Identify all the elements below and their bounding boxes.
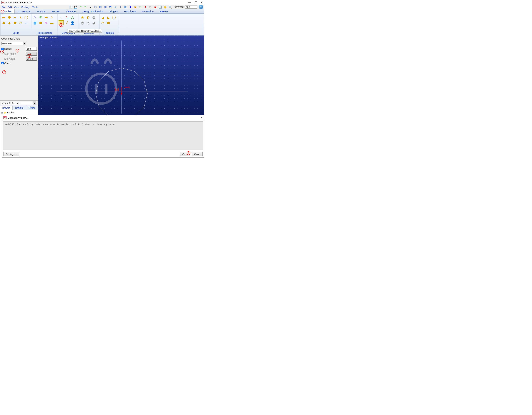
- part-combo[interactable]: New Part: [1, 42, 26, 45]
- tree-tab-filters[interactable]: Filters: [25, 106, 38, 110]
- marker-icon[interactable]: ⤡: [64, 15, 69, 20]
- tab-motions[interactable]: Motions: [34, 9, 49, 13]
- box-solid-icon[interactable]: ▬: [1, 15, 6, 20]
- close-button[interactable]: ✕: [201, 1, 203, 4]
- flex-icon-6[interactable]: ⬢: [38, 20, 43, 25]
- revolution-icon[interactable]: ⬭: [18, 20, 23, 25]
- fillet-icon[interactable]: ◣: [106, 15, 111, 20]
- split-icon[interactable]: ◓: [80, 20, 85, 25]
- tab-design-exploration[interactable]: Design Exploration: [79, 9, 107, 13]
- tab-simulation[interactable]: Simulation: [139, 9, 157, 13]
- increment-input[interactable]: [185, 5, 197, 9]
- fit-icon[interactable]: ✥: [143, 5, 147, 9]
- cursor-icon[interactable]: ▸: [88, 5, 93, 9]
- tree-tab-groups[interactable]: Groups: [13, 106, 25, 110]
- flex-icon-3[interactable]: ⬬: [44, 15, 49, 20]
- tree-tab-browse[interactable]: Browse: [0, 106, 13, 110]
- flex-icon-4[interactable]: ∿: [49, 15, 54, 20]
- watermark: [86, 60, 116, 104]
- solid-icon[interactable]: ■: [128, 5, 132, 9]
- rotate-icon[interactable]: 🔄: [158, 5, 162, 9]
- axes-icon[interactable]: ⤴: [118, 5, 123, 9]
- view-top-icon[interactable]: ⬒: [108, 5, 113, 9]
- menu-file[interactable]: File: [1, 6, 6, 9]
- annotation-f: f: [2, 70, 6, 74]
- view-front-icon[interactable]: ▢: [94, 5, 97, 9]
- side-panel: Geometry: Circle New Part Radius Start A…: [0, 36, 38, 115]
- close-button[interactable]: Close: [192, 152, 203, 156]
- message-window: Ad Message Window... ✕ WARNING: The resu…: [2, 115, 204, 157]
- cylinder-icon[interactable]: ⬣: [7, 15, 12, 20]
- circle-checkbox[interactable]: [1, 62, 4, 65]
- ribbon-group-features: ◢ ◣ ◯ ⬭ ⬢ Features: [99, 14, 119, 35]
- ribbon: ▬ ⬣ ● ▲ ◯ ⬬ ◆ ⬟ ⬭ ▱ Solids ≋ ❋ ⬬ ∿ ▦ ⬢ ✎…: [0, 14, 204, 36]
- undo-icon[interactable]: ↶: [79, 5, 83, 9]
- torus-icon[interactable]: ◯: [24, 15, 29, 20]
- tab-plugins[interactable]: Plugins: [106, 9, 121, 13]
- center-icon[interactable]: ◉: [153, 5, 157, 9]
- settings-button[interactable]: Settings...: [3, 152, 19, 156]
- select-box-icon[interactable]: ⬚: [138, 5, 142, 9]
- geometry-title: Geometry: Circle: [1, 37, 37, 40]
- tab-elements[interactable]: Elements: [63, 9, 79, 13]
- link-icon[interactable]: ⬬: [1, 20, 6, 25]
- flex-icon-5[interactable]: ▦: [32, 20, 37, 25]
- flex-icon-7[interactable]: ✎: [44, 20, 49, 25]
- zoom-icon[interactable]: 🔍: [168, 5, 172, 9]
- zoom-window-icon[interactable]: ⬚: [148, 5, 152, 9]
- viewport-svg: gravity: [38, 36, 204, 115]
- tab-results[interactable]: Results: [157, 9, 171, 13]
- help-icon[interactable]: ?: [199, 5, 203, 9]
- extrusion-icon[interactable]: ⬟: [12, 20, 18, 25]
- tab-connectors[interactable]: Connectors: [15, 9, 34, 13]
- cone-icon[interactable]: ▲: [18, 15, 23, 20]
- annotation-a: a: [1, 10, 4, 13]
- menu-edit[interactable]: Edit: [7, 6, 13, 9]
- wireframe-icon[interactable]: ◈: [114, 5, 117, 9]
- save-icon[interactable]: 💾: [74, 5, 77, 9]
- polyline-icon[interactable]: ⋀: [70, 15, 75, 20]
- window-icon[interactable]: ▣: [133, 5, 137, 9]
- chain-icon[interactable]: ◕: [91, 20, 96, 25]
- spline-icon[interactable]: 👤: [70, 20, 75, 25]
- redo-icon[interactable]: ↷: [84, 5, 87, 9]
- menu-tools[interactable]: Tools: [32, 6, 39, 9]
- model-combo[interactable]: .example_5_cams: [1, 101, 36, 105]
- radius-input[interactable]: [26, 47, 37, 51]
- new-icon[interactable]: 📄: [69, 5, 73, 9]
- menu-settings[interactable]: Settings: [21, 6, 31, 9]
- tab-forces[interactable]: Forces: [49, 9, 63, 13]
- chamfer-icon[interactable]: ◢: [100, 15, 105, 20]
- tab-machinery[interactable]: Machinery: [121, 9, 139, 13]
- radius-checkbox[interactable]: [1, 48, 4, 50]
- message-close-icon[interactable]: ✕: [200, 116, 203, 119]
- flex-icon-1[interactable]: ≋: [32, 15, 37, 20]
- view-iso-icon[interactable]: ◧: [98, 5, 103, 9]
- flex-icon-8[interactable]: ▬: [49, 20, 54, 25]
- menu-view[interactable]: View: [13, 6, 20, 9]
- union-icon[interactable]: ◉: [80, 15, 85, 20]
- plane-icon[interactable]: ▱: [24, 20, 29, 25]
- plate-icon[interactable]: ◆: [7, 20, 12, 25]
- end-angle-input: [26, 57, 37, 61]
- start-angle-label: Start Angle: [4, 53, 25, 55]
- pan-icon[interactable]: ✋: [163, 5, 167, 9]
- view-right-icon[interactable]: ◨: [104, 5, 107, 9]
- hollow-icon[interactable]: ⬭: [100, 20, 105, 25]
- intersect-icon[interactable]: ◐: [86, 15, 91, 20]
- subtract-icon[interactable]: ◒: [91, 15, 96, 20]
- flex-icon-2[interactable]: ❋: [38, 15, 43, 20]
- point-icon[interactable]: ·: [59, 15, 64, 20]
- ribbon-group-label: Features: [100, 31, 118, 34]
- viewport[interactable]: example_5_cams gravity: [38, 36, 204, 115]
- maximize-button[interactable]: ☐: [195, 1, 197, 4]
- line-icon[interactable]: ╱: [64, 20, 69, 25]
- merge-icon[interactable]: ◔: [86, 20, 91, 25]
- grid-icon[interactable]: ▦: [124, 5, 127, 9]
- sphere-icon[interactable]: ●: [12, 15, 18, 20]
- minimize-button[interactable]: —: [188, 1, 191, 4]
- tree-root-item[interactable]: 📁 Bodies: [1, 111, 37, 114]
- shell-icon[interactable]: ⬢: [106, 20, 111, 25]
- ribbon-group-flexible: ≋ ❋ ⬬ ∿ ▦ ⬢ ✎ ▬ Flexible Bodies: [32, 14, 57, 35]
- hole-icon[interactable]: ◯: [112, 15, 116, 20]
